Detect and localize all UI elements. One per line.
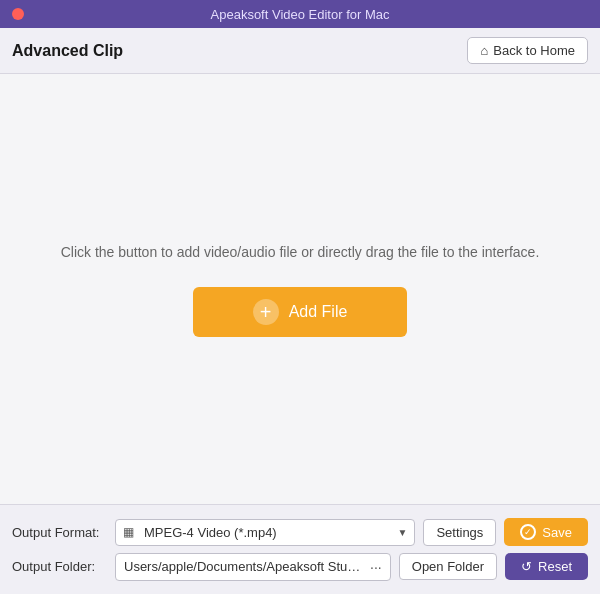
output-format-label: Output Format: [12,525,107,540]
check-icon: ✓ [520,524,536,540]
reset-icon: ↺ [521,559,532,574]
close-button[interactable] [12,8,24,20]
instruction-text: Click the button to add video/audio file… [61,241,540,263]
format-row: Output Format: ▦ MPEG-4 Video (*.mp4) ▼ … [12,518,588,546]
settings-button[interactable]: Settings [423,519,496,546]
back-to-home-button[interactable]: ⌂ Back to Home [467,37,588,64]
back-to-home-label: Back to Home [493,43,575,58]
reset-label: Reset [538,559,572,574]
format-select[interactable]: MPEG-4 Video (*.mp4) [115,519,415,546]
save-label: Save [542,525,572,540]
add-file-button[interactable]: + Add File [193,287,408,337]
add-file-label: Add File [289,303,348,321]
output-folder-label: Output Folder: [12,559,107,574]
folder-row: Output Folder: Users/apple/Documents/Ape… [12,553,588,581]
folder-path-wrapper: Users/apple/Documents/Apeaksoft Studio/V… [115,553,391,581]
drop-area[interactable]: Click the button to add video/audio file… [0,74,600,504]
page-title: Advanced Clip [12,42,123,60]
main-content: Click the button to add video/audio file… [0,74,600,504]
plus-icon: + [253,299,279,325]
toolbar: Advanced Clip ⌂ Back to Home [0,28,600,74]
home-icon: ⌂ [480,43,488,58]
title-bar: Apeaksoft Video Editor for Mac [0,0,600,28]
folder-path-text: Users/apple/Documents/Apeaksoft Studio/V… [124,559,366,574]
more-options-icon[interactable]: ··· [370,559,382,575]
format-select-wrapper: ▦ MPEG-4 Video (*.mp4) ▼ [115,519,415,546]
open-folder-button[interactable]: Open Folder [399,553,497,580]
app-title: Apeaksoft Video Editor for Mac [211,7,390,22]
save-button[interactable]: ✓ Save [504,518,588,546]
reset-button[interactable]: ↺ Reset [505,553,588,580]
bottom-bar: Output Format: ▦ MPEG-4 Video (*.mp4) ▼ … [0,504,600,594]
